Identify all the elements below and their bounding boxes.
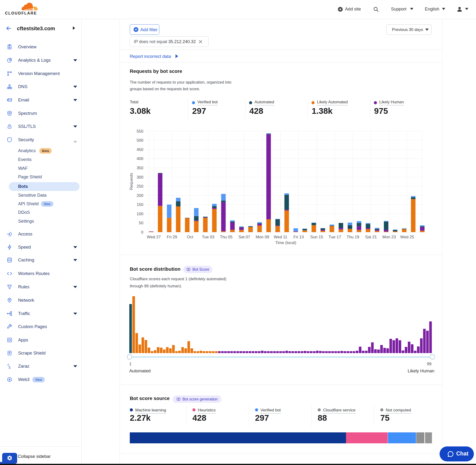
svg-text:Oct: Oct xyxy=(187,235,193,239)
svg-text:Mon 23: Mon 23 xyxy=(382,235,396,239)
svg-text:250: 250 xyxy=(137,184,143,189)
svg-text:200: 200 xyxy=(137,193,143,198)
svg-text:Sun 15: Sun 15 xyxy=(310,235,323,239)
svg-text:Thu 05: Thu 05 xyxy=(220,235,233,239)
svg-text:50: 50 xyxy=(139,221,143,225)
svg-text:Tue 17: Tue 17 xyxy=(328,235,341,239)
svg-text:Sat 07: Sat 07 xyxy=(238,235,250,239)
svg-text:Mon 09: Mon 09 xyxy=(256,235,269,239)
svg-text:450: 450 xyxy=(137,147,143,152)
svg-text:Thu 19: Thu 19 xyxy=(347,235,359,239)
svg-text:Requests: Requests xyxy=(129,173,134,190)
svg-text:150: 150 xyxy=(137,202,143,207)
svg-text:Fri 13: Fri 13 xyxy=(293,235,304,239)
svg-text:100: 100 xyxy=(137,212,143,216)
svg-text:Time (local): Time (local) xyxy=(275,241,296,245)
svg-text:0: 0 xyxy=(141,230,143,234)
svg-text:300: 300 xyxy=(137,175,143,180)
svg-text:400: 400 xyxy=(137,157,143,161)
svg-text:Sat 21: Sat 21 xyxy=(365,235,377,239)
svg-text:550: 550 xyxy=(137,129,143,134)
svg-text:Tue 03: Tue 03 xyxy=(202,235,214,239)
svg-text:Wed 11: Wed 11 xyxy=(274,235,287,239)
svg-text:Wed 25: Wed 25 xyxy=(400,235,414,239)
svg-text:500: 500 xyxy=(137,138,143,143)
svg-text:Fri 29: Fri 29 xyxy=(167,235,177,239)
svg-text:350: 350 xyxy=(137,166,143,170)
svg-text:Wed 27: Wed 27 xyxy=(147,235,161,239)
